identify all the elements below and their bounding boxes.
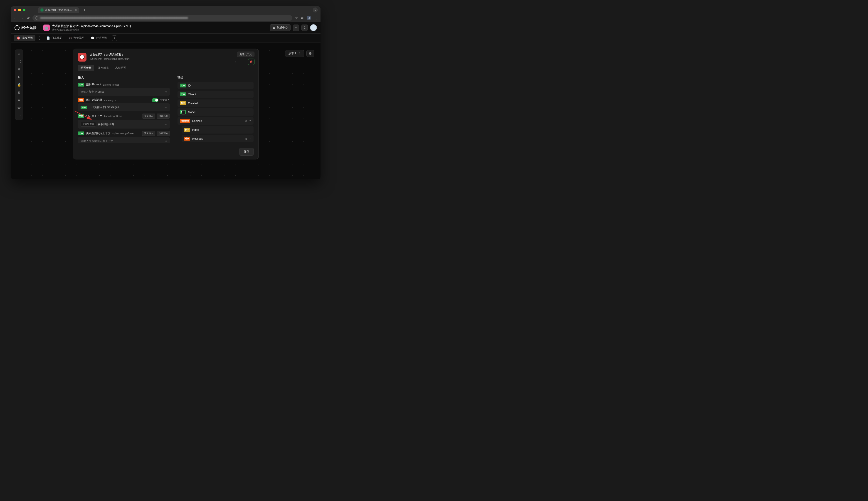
- bookmark-icon[interactable]: ⧉: [17, 90, 22, 95]
- more-tools-icon[interactable]: ⋯: [17, 113, 22, 118]
- save-button[interactable]: 保存: [239, 148, 253, 156]
- close-tab-button[interactable]: ×: [75, 8, 77, 12]
- pointer-icon[interactable]: ➤: [17, 74, 22, 80]
- sqlkb-preset-button[interactable]: 预置选项: [156, 131, 170, 136]
- extensions-icon[interactable]: ⧉: [301, 16, 303, 20]
- user-avatar[interactable]: [310, 24, 317, 31]
- browser-tab[interactable]: 流程视图 - 大语言模型多轮对话 ×: [38, 7, 79, 13]
- tab-flow[interactable]: 🎯 流程视图: [14, 35, 35, 41]
- next-node-button[interactable]: →: [241, 60, 246, 64]
- system-prompt-input[interactable]: 请输入预制 Prompt ⚮: [78, 88, 170, 96]
- add-view-button[interactable]: +: [112, 35, 117, 41]
- output-object[interactable]: 文本 Object: [177, 90, 253, 98]
- theme-toggle-button[interactable]: ☀: [293, 24, 299, 31]
- kb-var-button[interactable]: 变量输入: [142, 114, 155, 119]
- chevron-up-icon[interactable]: ⌃: [249, 119, 251, 122]
- output-index[interactable]: 数字 Index: [182, 126, 253, 134]
- node-titles: 多轮对话（大语言模型） ID: llm:chat_completions_Btn…: [90, 53, 130, 60]
- profile-button[interactable]: J: [307, 16, 311, 20]
- version-settings-button[interactable]: ⚙: [306, 50, 314, 57]
- project-block[interactable]: 🤖 大语言模型多轮对话 - alpindale/c4ai-command-r-p…: [43, 24, 131, 31]
- type-badge-objlist: 对象列表: [180, 119, 190, 123]
- zoom-in-icon[interactable]: ⊕: [17, 51, 22, 56]
- link-icon[interactable]: ⚮: [165, 139, 167, 143]
- inputs-column: 输入 文本 预制 Prompt systemPrompt 请输入预制 Promp…: [78, 75, 171, 143]
- knowledge-base-input[interactable]: 文本知识库 客服服务语料 ⚮: [78, 120, 170, 129]
- tab-preview[interactable]: 👓 预览视图: [66, 35, 87, 41]
- forward-button[interactable]: →: [20, 16, 24, 20]
- tabs-dropdown-button[interactable]: ⌄: [313, 8, 318, 12]
- field-key: knowledgeBase: [104, 115, 122, 117]
- zoom-out-icon[interactable]: ⊖: [17, 66, 22, 72]
- node-panel: 💬 多轮对话（大语言模型） ID: llm:chat_completions_B…: [73, 49, 259, 159]
- type-badge-obj: 对象: [78, 98, 84, 102]
- brand-logo[interactable]: 猴子无限: [14, 25, 37, 30]
- sql-kb-input[interactable]: 请输入关系型知识库上下文 ⚮: [78, 137, 170, 143]
- node-port-icon[interactable]: [182, 110, 185, 115]
- header-right: ▦ 集成中心 ☀ 文: [270, 24, 317, 31]
- node-title: 多轮对话（大语言模型）: [90, 53, 130, 57]
- link-icon[interactable]: ⚮: [165, 90, 167, 94]
- node-header-actions: 删除此工具 ← → 🗑: [234, 52, 254, 65]
- delete-node-button[interactable]: 🗑: [248, 58, 254, 65]
- copy-icon[interactable]: ⧉: [245, 119, 247, 122]
- output-choices[interactable]: 对象列表 Choices ⧉ ⌃: [177, 117, 253, 125]
- close-window-button[interactable]: [14, 9, 17, 11]
- fit-view-icon[interactable]: ⛶: [17, 59, 22, 64]
- kebab-menu-icon[interactable]: ⋮: [314, 16, 318, 20]
- tab-flow-menu[interactable]: ⋮: [36, 36, 43, 40]
- sqlkb-var-button[interactable]: 变量输入: [142, 131, 155, 136]
- prev-node-button[interactable]: ←: [234, 60, 239, 64]
- link-icon[interactable]: ⚮: [165, 106, 167, 109]
- code-icon[interactable]: <>: [17, 105, 22, 110]
- link-icon[interactable]: ⚮: [165, 122, 167, 126]
- output-id[interactable]: 文本 ID: [177, 82, 253, 89]
- delete-tool-button[interactable]: 删除此工具: [237, 52, 254, 57]
- back-button[interactable]: ←: [14, 16, 17, 20]
- project-icon: 🤖: [43, 24, 50, 31]
- config-tab-dev[interactable]: 开发模式: [95, 65, 111, 71]
- maximize-window-button[interactable]: [23, 9, 25, 11]
- version-dropdown[interactable]: 版本 1 ⇅: [285, 50, 304, 57]
- output-label: Choices: [192, 119, 202, 122]
- lock-icon[interactable]: 🔒: [17, 82, 22, 87]
- favicon-icon: [40, 8, 44, 12]
- copy-icon[interactable]: ⧉: [245, 137, 247, 140]
- output-created[interactable]: 数字 Created: [177, 99, 253, 107]
- window-controls: [14, 9, 25, 11]
- output-label: Created: [188, 102, 198, 105]
- kb-preset-button[interactable]: 预置选项: [156, 114, 170, 119]
- canvas[interactable]: ⊕ ⛶ ⊖ ➤ 🔒 ⧉ ⚮ <> ⋯ 版本 1 ⇅ ⚙ 💬 多轮对话（大语言模型…: [11, 43, 321, 179]
- node-header: 💬 多轮对话（大语言模型） ID: llm:chat_completions_B…: [73, 49, 259, 62]
- reload-button[interactable]: ⟳: [27, 16, 30, 20]
- tab-log[interactable]: 📄 日志视图: [44, 35, 65, 41]
- chevron-up-icon[interactable]: ⌃: [249, 137, 251, 140]
- site-info-icon[interactable]: [35, 17, 39, 20]
- field-label: 知识库上下文: [86, 114, 102, 118]
- star-icon[interactable]: ☆: [295, 16, 298, 20]
- output-label: Object: [188, 93, 196, 96]
- field-label: 关系型知识库上下文: [86, 131, 110, 135]
- kb-tag: 文本知识库: [80, 122, 96, 127]
- tab-chat[interactable]: 💬 对话视图: [88, 35, 109, 41]
- output-model[interactable]: 文本 Model: [177, 108, 253, 116]
- log-icon: 📄: [46, 36, 50, 40]
- link-icon[interactable]: ⚮: [17, 97, 22, 103]
- type-badge-str: STR: [80, 106, 87, 109]
- config-tab-params[interactable]: 配置参数: [78, 65, 94, 71]
- output-message[interactable]: 对象 Message ⧉ ⌃: [182, 135, 253, 142]
- input-placeholder: 请输入关系型知识库上下文: [80, 139, 113, 143]
- chat-icon: 💬: [91, 36, 95, 40]
- messages-var-toggle[interactable]: [152, 98, 159, 102]
- hub-button[interactable]: ▦ 集成中心: [270, 24, 291, 31]
- messages-value-box[interactable]: STR 工作流输入 的 messages ⚮: [78, 103, 170, 111]
- minimize-window-button[interactable]: [18, 9, 21, 11]
- kb-value: 客服服务语料: [98, 122, 114, 126]
- url-field[interactable]: ■■■■■■■■■■■■■■■■■■■■■■■■■■■■■■■■■■■■■■■■…: [32, 15, 292, 21]
- new-tab-button[interactable]: +: [84, 8, 86, 12]
- translate-button[interactable]: 文: [302, 24, 308, 31]
- type-badge-num: 数字: [180, 101, 186, 105]
- hub-label: 集成中心: [277, 26, 287, 30]
- field-knowledge-base: 文本 知识库上下文 knowledgeBase 变量输入 预置选项: [78, 114, 170, 119]
- config-tab-advanced[interactable]: 高级配置: [112, 65, 129, 71]
